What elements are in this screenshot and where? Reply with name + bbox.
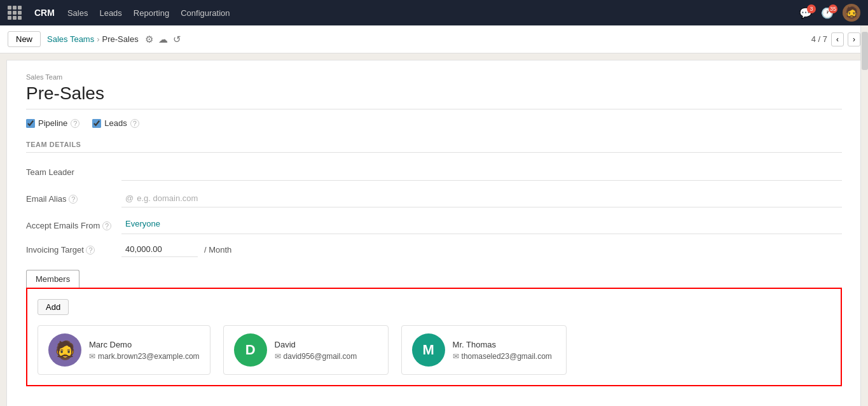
invoicing-target-value[interactable]: 40,000.00	[121, 242, 198, 257]
scrollbar-thumb[interactable]	[862, 32, 868, 70]
pipeline-help-icon[interactable]: ?	[71, 119, 79, 128]
user-avatar[interactable]: 🧔	[843, 4, 860, 22]
members-grid: 🧔 Marc Demo ✉ mark.brown23@example.com D…	[38, 325, 830, 375]
member-avatar-1: D	[234, 333, 267, 367]
team-leader-label: Team Leader	[26, 167, 121, 177]
toolbar-action-icons: ⚙ ☁ ↺	[145, 34, 181, 45]
member-card: D David ✉ david956@gmail.com	[223, 325, 389, 375]
member-email-0: ✉ mark.brown23@example.com	[89, 352, 200, 361]
member-email-2: ✉ thomaseled23@gmail.com	[453, 352, 552, 361]
breadcrumb-current: Pre-Sales	[102, 34, 139, 44]
member-name-0: Marc Demo	[89, 340, 200, 349]
email-icon-2: ✉	[453, 352, 459, 361]
email-alias-value[interactable]: @ e.g. domain.com	[121, 190, 842, 207]
member-card: M Mr. Thomas ✉ thomaseled23@gmail.com	[401, 325, 567, 375]
menu-reporting[interactable]: Reporting	[134, 8, 169, 18]
add-member-button[interactable]: Add	[38, 299, 69, 315]
accept-emails-row: Accept Emails From ? Everyone	[26, 215, 842, 235]
top-navigation: CRM Sales Leads Reporting Configuration …	[0, 0, 868, 25]
leads-label[interactable]: Leads	[104, 118, 127, 128]
breadcrumb-separator: ›	[97, 34, 99, 44]
pipeline-checkbox-item: Pipeline ?	[26, 118, 79, 128]
invoicing-target-label: Invoicing Target ?	[26, 245, 121, 255]
section-label: Sales Team	[26, 73, 842, 81]
members-tab[interactable]: Members	[26, 270, 79, 288]
member-avatar-0: 🧔	[48, 333, 81, 367]
menu-sales[interactable]: Sales	[67, 8, 88, 18]
toolbar-right: 4 / 7 ‹ ›	[811, 32, 860, 46]
main-menu: Sales Leads Reporting Configuration	[67, 8, 230, 18]
clock-badge: 35	[829, 4, 837, 13]
leads-help-icon[interactable]: ?	[130, 119, 139, 128]
email-icon-0: ✉	[89, 352, 95, 361]
scrollbar-track[interactable]	[860, 25, 868, 406]
email-alias-help-icon[interactable]: ?	[69, 195, 78, 204]
email-alias-placeholder: e.g. domain.com	[137, 193, 198, 203]
member-name-2: Mr. Thomas	[453, 340, 552, 349]
breadcrumb: Sales Teams › Pre-Sales	[47, 34, 139, 44]
accept-emails-label: Accept Emails From ?	[26, 221, 121, 230]
member-info-1: David ✉ david956@gmail.com	[275, 340, 357, 361]
member-avatar-2: M	[412, 333, 445, 367]
member-info-2: Mr. Thomas ✉ thomaseled23@gmail.com	[453, 340, 552, 361]
breadcrumb-parent[interactable]: Sales Teams	[47, 34, 94, 44]
member-info-0: Marc Demo ✉ mark.brown23@example.com	[89, 340, 200, 361]
member-name-1: David	[275, 340, 357, 349]
email-alias-row: Email Alias ? @ e.g. domain.com	[26, 188, 842, 209]
member-card: 🧔 Marc Demo ✉ mark.brown23@example.com	[38, 325, 210, 375]
members-tab-bar: Members	[26, 270, 842, 288]
next-record-button[interactable]: ›	[848, 32, 860, 46]
invoicing-help-icon[interactable]: ?	[86, 246, 95, 255]
email-icon-1: ✉	[275, 352, 281, 361]
apps-menu-icon[interactable]	[8, 6, 22, 20]
team-leader-value[interactable]	[121, 163, 842, 181]
leads-checkbox-item: Leads ?	[92, 118, 139, 128]
brand-name[interactable]: CRM	[34, 8, 55, 18]
chat-icon[interactable]: 💬 3	[799, 7, 812, 19]
accept-emails-help-icon[interactable]: ?	[102, 221, 111, 230]
menu-leads[interactable]: Leads	[99, 8, 121, 18]
members-section: Add 🧔 Marc Demo ✉ mark.brown23@example.c…	[26, 288, 842, 386]
invoicing-target-row: Invoicing Target ? 40,000.00 / Month	[26, 242, 842, 257]
menu-configuration[interactable]: Configuration	[181, 8, 230, 18]
cloud-icon[interactable]: ☁	[158, 34, 168, 45]
settings-icon[interactable]: ⚙	[145, 34, 153, 45]
main-content: Sales Team Pre-Sales Pipeline ? Leads ? …	[6, 60, 862, 406]
invoicing-period: / Month	[204, 245, 231, 255]
pipeline-checkbox[interactable]	[26, 119, 35, 128]
member-email-1: ✉ david956@gmail.com	[275, 352, 357, 361]
accept-emails-value[interactable]: Everyone	[121, 216, 842, 234]
clock-icon[interactable]: 🕐 35	[821, 7, 834, 19]
team-details-header: TEAM DETAILS	[26, 141, 842, 153]
refresh-icon[interactable]: ↺	[173, 34, 181, 45]
prev-record-button[interactable]: ‹	[831, 32, 844, 46]
email-alias-label: Email Alias ?	[26, 194, 121, 204]
pipeline-label[interactable]: Pipeline	[38, 118, 67, 128]
checkbox-row: Pipeline ? Leads ?	[26, 118, 842, 128]
topnav-right: 💬 3 🕐 35 🧔	[799, 4, 860, 22]
leads-checkbox[interactable]	[92, 119, 101, 128]
team-leader-row: Team Leader	[26, 162, 842, 182]
new-button[interactable]: New	[8, 31, 41, 47]
page-title: Pre-Sales	[26, 83, 842, 109]
toolbar: New Sales Teams › Pre-Sales ⚙ ☁ ↺ 4 / 7 …	[0, 25, 868, 53]
record-position: 4 / 7	[811, 34, 827, 44]
chat-badge: 3	[807, 4, 816, 13]
